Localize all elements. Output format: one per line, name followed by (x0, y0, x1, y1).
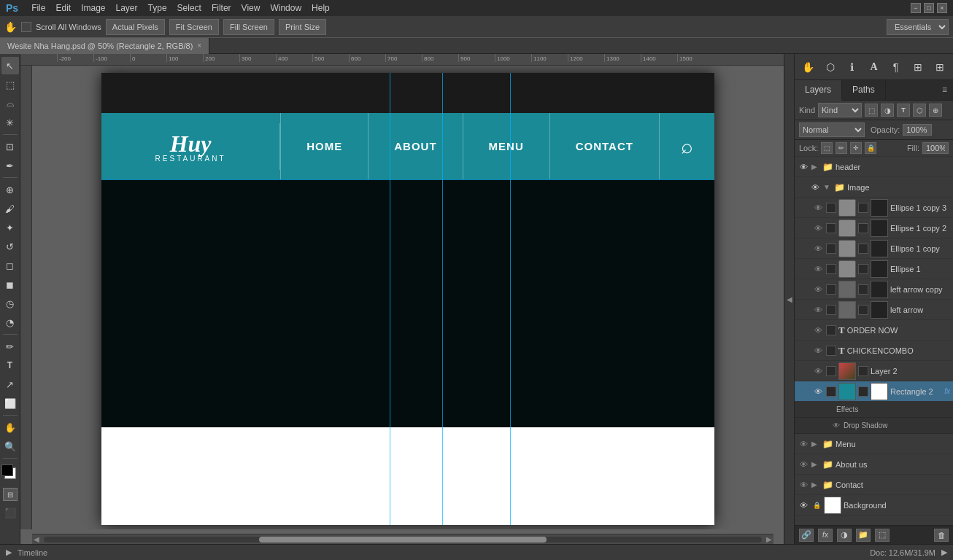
lock-transparent-btn[interactable]: ⬚ (821, 142, 833, 154)
layer-rectangle2[interactable]: 👁 Rectangle 2 fx (795, 381, 953, 402)
panel-icon-adjust[interactable]: ⬡ (820, 57, 841, 77)
layer-ellipse-copy[interactable]: 👁 Ellipse 1 copy (795, 238, 953, 259)
layer-vis-order[interactable]: 👁 (812, 324, 824, 336)
panel-icon-para[interactable]: ¶ (886, 57, 906, 77)
fill-input[interactable]: 100% (922, 142, 949, 154)
layer-expand-aboutus[interactable]: ▶ (811, 460, 820, 468)
filter-adjust-btn[interactable]: ◑ (881, 104, 894, 117)
filter-text-btn[interactable]: T (897, 104, 910, 117)
fx-btn[interactable]: fx (818, 529, 833, 542)
panel-icon-ku[interactable]: ⊞ (908, 57, 928, 77)
layer-vis-ellipse3[interactable]: 👁 (812, 202, 824, 214)
layer-background[interactable]: 👁 🔒 Background (795, 495, 953, 516)
layer-image-folder[interactable]: 👁 ▼ 📁 Image (795, 177, 953, 198)
gradient-tool[interactable]: ◼ (1, 276, 19, 293)
zoom-tool[interactable]: 🔍 (1, 438, 19, 455)
blur-tool[interactable]: ◷ (1, 295, 19, 312)
menu-type[interactable]: Type (148, 3, 167, 13)
lasso-tool[interactable]: ⌓ (1, 95, 19, 112)
crop-tool[interactable]: ⊡ (1, 138, 19, 155)
filter-shape-btn[interactable]: ⬡ (913, 104, 926, 117)
layer-layer2[interactable]: 👁 Layer 2 (795, 361, 953, 381)
layer-ellipse1[interactable]: 👁 Ellipse 1 (795, 259, 953, 279)
delete-layer-btn[interactable]: 🗑 (934, 529, 949, 542)
eraser-tool[interactable]: ◻ (1, 257, 19, 274)
menu-select[interactable]: Select (177, 3, 201, 13)
menu-layer[interactable]: Layer (116, 3, 138, 13)
brush-tool[interactable]: 🖌 (1, 200, 19, 217)
layer-ellipse-copy2[interactable]: 👁 Ellipse 1 copy 2 (795, 218, 953, 238)
layer-vis-ellipse1[interactable]: 👁 (812, 263, 824, 275)
clone-stamp-tool[interactable]: ✦ (1, 219, 19, 236)
layer-vis-larrow[interactable]: 👁 (812, 304, 824, 316)
close-btn[interactable]: × (937, 3, 947, 13)
tab-paths[interactable]: Paths (842, 80, 886, 100)
layer-header-folder[interactable]: 👁 ▶ 📁 header (795, 157, 953, 177)
layer-vis-bg[interactable]: 👁 (798, 499, 809, 511)
document-tab[interactable]: Wesite Nha Hang.psd @ 50% (Rectangle 2, … (0, 38, 209, 54)
hand-tool[interactable]: ✋ (1, 419, 19, 436)
fit-screen-btn[interactable]: Fit Screen (169, 19, 219, 35)
panel-icon-grid[interactable]: ⊞ (930, 57, 950, 77)
color-swatch[interactable] (1, 464, 19, 485)
layer-contact-folder[interactable]: 👁 ▶ 📁 Contact (795, 475, 953, 495)
layer-vis-header[interactable]: 👁 (798, 161, 809, 173)
filter-smart-btn[interactable]: ⊕ (929, 104, 942, 117)
layer-vis-contact[interactable]: 👁 (798, 479, 809, 491)
canvas-scroll-area[interactable]: Huy RESTAURANT HOME ABOUT MENU CONTACT ⌕ (32, 66, 784, 529)
scrollbar-thumb[interactable] (259, 537, 547, 542)
minimize-btn[interactable]: − (911, 3, 921, 13)
panel-icon-hand[interactable]: ✋ (798, 57, 819, 77)
actual-pixels-btn[interactable]: Actual Pixels (106, 19, 165, 35)
document-tab-close[interactable]: × (197, 42, 201, 50)
effect-vis-dropshadow[interactable]: 👁 (831, 421, 841, 431)
lock-pixels-btn[interactable]: ✏ (836, 142, 847, 154)
status-arrow[interactable]: ▶ (941, 548, 947, 557)
filter-pixel-btn[interactable]: ⬚ (865, 104, 878, 117)
workspace-select[interactable]: Essentials (887, 19, 949, 35)
scroll-left-arrow[interactable]: ◀ (32, 535, 41, 543)
opacity-input[interactable]: 100% (903, 124, 932, 136)
layer-menu-folder[interactable]: 👁 ▶ 📁 Menu (795, 434, 953, 454)
new-layer-btn[interactable]: ⬚ (875, 529, 890, 542)
move-tool[interactable]: ↖ (1, 57, 19, 74)
layers-options-btn[interactable]: ≡ (936, 80, 953, 100)
scroll-checkbox[interactable] (21, 22, 31, 32)
fill-screen-btn[interactable]: Fill Screen (223, 19, 274, 35)
layer-aboutus-folder[interactable]: 👁 ▶ 📁 About us (795, 454, 953, 475)
lock-all-btn[interactable]: 🔒 (865, 142, 876, 154)
layer-expand-header[interactable]: ▶ (811, 163, 820, 171)
timeline-label[interactable]: Timeline (18, 548, 47, 557)
maximize-btn[interactable]: □ (924, 3, 934, 13)
layer-ellipse-copy3[interactable]: 👁 Ellipse 1 copy 3 (795, 198, 953, 218)
layer-vis-image[interactable]: 👁 (809, 182, 821, 193)
layer-vis-rect2[interactable]: 👁 (812, 386, 824, 397)
layer-expand-contact[interactable]: ▶ (811, 481, 820, 489)
eyedropper-tool[interactable]: ✒ (1, 157, 19, 174)
panel-icon-text[interactable]: A (864, 57, 884, 77)
menu-filter[interactable]: Filter (212, 3, 231, 13)
panel-collapse-btn[interactable]: ◀ (784, 54, 794, 544)
new-fill-btn[interactable]: ◑ (837, 529, 852, 542)
pen-tool[interactable]: ✏ (1, 338, 19, 355)
screen-mode-btn[interactable]: ⬛ (1, 504, 19, 521)
menu-edit[interactable]: Edit (55, 3, 71, 13)
layer-vis-larrowc[interactable]: 👁 (812, 284, 824, 295)
layer-list[interactable]: 👁 ▶ 📁 header 👁 ▼ 📁 Image 👁 (795, 157, 953, 525)
print-size-btn[interactable]: Print Size (279, 19, 326, 35)
panel-icon-info[interactable]: ℹ (842, 57, 863, 77)
selection-tool[interactable]: ⬚ (1, 76, 19, 93)
link-layers-btn[interactable]: 🔗 (799, 529, 814, 542)
layer-vis-ellipse2[interactable]: 👁 (812, 222, 824, 234)
layer-expand-image[interactable]: ▼ (823, 183, 832, 191)
scroll-right-arrow[interactable]: ▶ (765, 535, 773, 543)
menu-help[interactable]: Help (312, 3, 330, 13)
layer-chickencombo[interactable]: 👁 T CHICKENCOMBO (795, 341, 953, 361)
magic-wand-tool[interactable]: ✳ (1, 114, 19, 131)
tab-layers[interactable]: Layers (795, 80, 842, 101)
history-brush-tool[interactable]: ↺ (1, 238, 19, 255)
horizontal-scrollbar[interactable]: ◀ ▶ (32, 534, 773, 544)
layer-expand-menu[interactable]: ▶ (811, 440, 820, 448)
blend-mode-select[interactable]: Normal (799, 122, 865, 137)
menu-image[interactable]: Image (81, 3, 105, 13)
